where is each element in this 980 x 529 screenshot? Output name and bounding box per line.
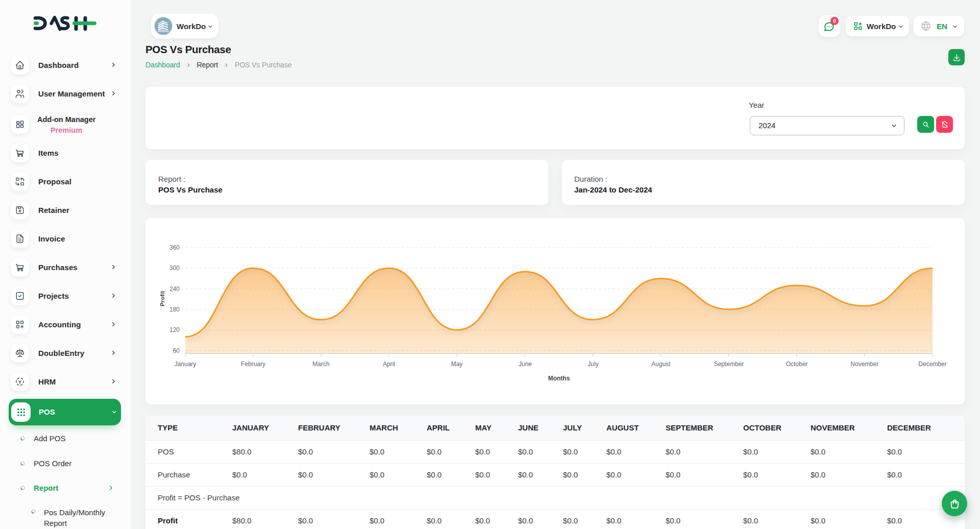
- svg-text:180: 180: [169, 306, 180, 313]
- svg-text:60: 60: [173, 347, 180, 354]
- svg-text:January: January: [175, 360, 197, 368]
- svg-text:300: 300: [169, 264, 180, 272]
- svg-text:April: April: [383, 360, 395, 368]
- svg-text:August: August: [651, 360, 671, 368]
- svg-text:July: July: [587, 360, 598, 368]
- svg-text:November: November: [850, 360, 878, 368]
- svg-text:February: February: [241, 360, 265, 368]
- svg-text:120: 120: [169, 326, 180, 333]
- svg-text:September: September: [714, 360, 744, 368]
- svg-text:240: 240: [169, 285, 180, 293]
- svg-text:Months: Months: [548, 375, 570, 382]
- svg-text:June: June: [519, 360, 532, 368]
- svg-text:Profit: Profit: [159, 291, 165, 306]
- svg-text:March: March: [312, 360, 329, 368]
- svg-text:December: December: [918, 360, 946, 368]
- svg-text:360: 360: [169, 244, 180, 251]
- svg-text:May: May: [451, 360, 463, 368]
- svg-text:October: October: [786, 360, 808, 368]
